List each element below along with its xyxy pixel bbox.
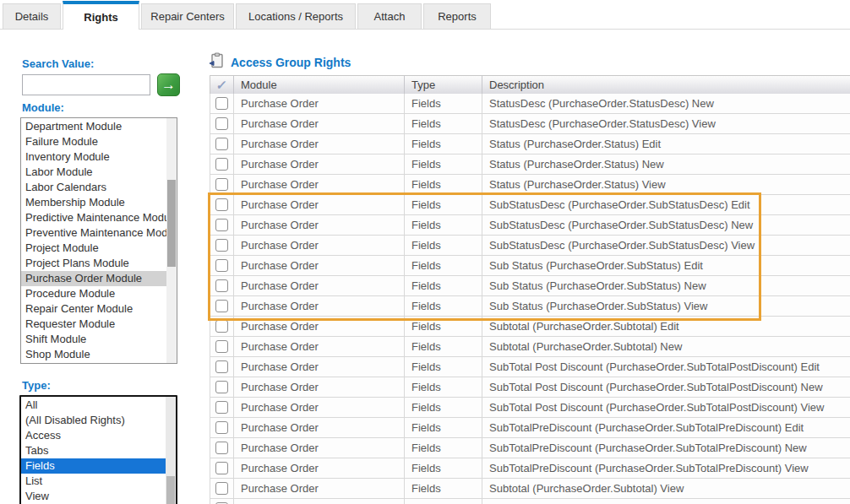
table-row[interactable]: Purchase OrderFieldsSubStatusDesc (Purch…: [210, 236, 850, 256]
module-list-item[interactable]: Labor Calendars: [21, 180, 166, 195]
row-checkbox[interactable]: [215, 259, 228, 272]
tab-attach[interactable]: Attach: [357, 3, 422, 29]
row-checkbox[interactable]: [215, 462, 228, 474]
row-checkbox[interactable]: [215, 97, 228, 110]
row-checkbox[interactable]: [215, 219, 228, 231]
table-row[interactable]: Purchase OrderFieldsSub Status (Purchase…: [210, 256, 850, 276]
table-row[interactable]: Purchase OrderFieldsStatusDesc (Purchase…: [210, 94, 850, 114]
type-list-item[interactable]: List: [21, 474, 166, 489]
row-checkbox[interactable]: [215, 482, 228, 495]
search-input[interactable]: [22, 74, 150, 95]
type-list-item[interactable]: Fields: [21, 458, 166, 474]
row-checkbox-cell: [210, 94, 234, 113]
table-row[interactable]: Purchase OrderFieldsStatus (PurchaseOrde…: [210, 134, 850, 154]
module-list-item[interactable]: Repair Center Module: [21, 301, 166, 317]
table-row[interactable]: [210, 499, 850, 504]
select-all-header[interactable]: ✓: [210, 76, 234, 94]
table-row[interactable]: Purchase OrderFieldsSubTotalPreDiscount …: [210, 458, 850, 479]
module-list-item[interactable]: Shift Module: [21, 332, 166, 347]
row-module: Purchase Order: [234, 154, 405, 174]
check-icon: ✓: [215, 78, 228, 93]
table-row[interactable]: Purchase OrderFieldsSubTotal Post Discou…: [210, 357, 850, 377]
row-type: Fields: [405, 195, 482, 214]
row-checkbox[interactable]: [215, 442, 228, 454]
tab-repair-centers[interactable]: Repair Centers: [141, 3, 234, 29]
type-list-item[interactable]: View: [21, 489, 166, 504]
row-checkbox[interactable]: [215, 158, 228, 171]
type-list-item[interactable]: Tabs: [21, 443, 166, 458]
module-list-item[interactable]: Predictive Maintenance Module: [21, 210, 166, 225]
column-header-description[interactable]: Description: [482, 76, 850, 94]
row-description: SubTotalPreDiscount (PurchaseOrder.SubTo…: [482, 418, 850, 437]
row-type: Fields: [405, 276, 482, 295]
tab-details[interactable]: Details: [3, 3, 61, 29]
table-row[interactable]: Purchase OrderFieldsStatus (PurchaseOrde…: [210, 154, 850, 175]
row-checkbox[interactable]: [215, 279, 228, 292]
table-row[interactable]: Purchase OrderFieldsStatusDesc (Purchase…: [210, 114, 850, 134]
table-row[interactable]: Purchase OrderFieldsSubTotalPreDiscount …: [210, 418, 850, 438]
column-header-module[interactable]: Module: [234, 76, 405, 94]
table-row[interactable]: Purchase OrderFieldsSubStatusDesc (Purch…: [210, 215, 850, 236]
module-list-item[interactable]: Purchase Order Module: [21, 271, 166, 286]
module-list-scrollbar-thumb[interactable]: [167, 180, 176, 267]
module-list-item[interactable]: Inventory Module: [21, 149, 166, 165]
table-row[interactable]: Purchase OrderFieldsSub Status (Purchase…: [210, 276, 850, 296]
row-checkbox[interactable]: [215, 421, 228, 434]
module-list-item[interactable]: Department Module: [21, 119, 166, 134]
table-row[interactable]: Purchase OrderFieldsSubtotal (PurchaseOr…: [210, 479, 850, 499]
column-header-type[interactable]: Type: [405, 76, 482, 94]
row-type: Fields: [405, 317, 482, 336]
table-row[interactable]: Purchase OrderFieldsSubtotal (PurchaseOr…: [210, 337, 850, 357]
table-row[interactable]: Purchase OrderFieldsSubTotalPreDiscount …: [210, 438, 850, 458]
tab-reports[interactable]: Reports: [423, 3, 491, 29]
row-checkbox[interactable]: [215, 239, 228, 252]
row-type: Fields: [405, 458, 482, 478]
row-checkbox[interactable]: [215, 198, 228, 211]
row-checkbox[interactable]: [215, 178, 228, 191]
module-list-item[interactable]: Procedure Module: [21, 286, 166, 301]
table-row[interactable]: Purchase OrderFieldsSubtotal (PurchaseOr…: [210, 317, 850, 337]
type-list-item[interactable]: Access: [21, 428, 166, 443]
table-row[interactable]: Purchase OrderFieldsSubTotal Post Discou…: [210, 398, 850, 418]
row-checkbox[interactable]: [215, 300, 228, 312]
row-checkbox[interactable]: [215, 320, 228, 333]
table-row[interactable]: Purchase OrderFieldsSubStatusDesc (Purch…: [210, 195, 850, 215]
module-list-item[interactable]: Membership Module: [21, 195, 166, 210]
row-checkbox[interactable]: [215, 138, 228, 150]
type-list-item[interactable]: (All Disabled Rights): [21, 413, 166, 428]
type-list: All(All Disabled Rights)AccessTabsFields…: [19, 395, 177, 504]
row-module: [234, 499, 405, 504]
type-list-item[interactable]: All: [21, 398, 166, 413]
row-checkbox-cell: [210, 195, 234, 214]
row-checkbox[interactable]: [215, 117, 228, 130]
row-checkbox-cell: [210, 256, 234, 275]
row-type: Fields: [405, 377, 482, 397]
module-list-item[interactable]: Project Plans Module: [21, 256, 166, 271]
row-checkbox[interactable]: [215, 360, 228, 373]
module-list-scrollbar[interactable]: [166, 118, 177, 363]
type-list-scrollbar-thumb[interactable]: [166, 476, 175, 504]
row-checkbox[interactable]: [215, 340, 228, 353]
module-list-item[interactable]: Preventive Maintenance Module: [21, 225, 166, 241]
tab-rights[interactable]: Rights: [63, 1, 139, 30]
module-list-item[interactable]: Failure Module: [21, 134, 166, 149]
search-go-button[interactable]: →: [157, 73, 180, 96]
row-module: Purchase Order: [234, 418, 405, 437]
row-type: [405, 499, 482, 504]
module-list-item[interactable]: Requester Module: [21, 317, 166, 332]
table-row[interactable]: Purchase OrderFieldsSubTotal Post Discou…: [210, 377, 850, 398]
arrow-right-icon: →: [161, 78, 176, 92]
module-list-item[interactable]: Shop Module: [21, 347, 166, 362]
row-description: StatusDesc (PurchaseOrder.StatusDesc) Ne…: [482, 94, 850, 113]
table-row[interactable]: Purchase OrderFieldsStatus (PurchaseOrde…: [210, 175, 850, 195]
module-list-item[interactable]: Project Module: [21, 241, 166, 256]
module-list-item[interactable]: Labor Module: [21, 165, 166, 180]
table-row[interactable]: Purchase OrderFieldsSub Status (Purchase…: [210, 296, 850, 317]
row-type: Fields: [405, 296, 482, 316]
tab-locations-reports[interactable]: Locations / Reports: [236, 3, 356, 29]
row-checkbox[interactable]: [215, 401, 228, 414]
row-checkbox[interactable]: [215, 381, 228, 393]
row-checkbox-cell: [210, 236, 234, 255]
type-list-scrollbar[interactable]: [166, 397, 176, 504]
row-checkbox-cell: [210, 398, 234, 417]
